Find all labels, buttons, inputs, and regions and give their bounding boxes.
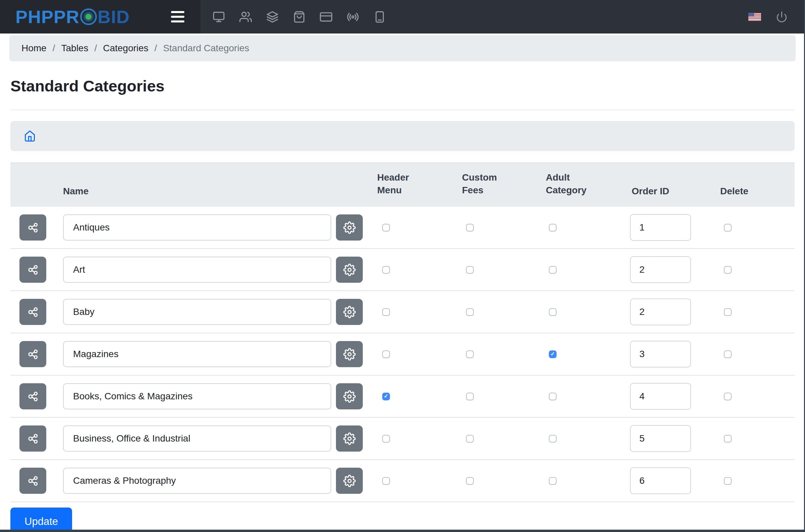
custom-fees-checkbox[interactable] <box>466 350 474 358</box>
delete-checkbox[interactable] <box>724 224 732 231</box>
column-header-order-id: Order ID <box>619 186 712 207</box>
gear-icon <box>343 433 356 445</box>
smartphone-icon[interactable] <box>371 8 389 26</box>
custom-fees-checkbox[interactable] <box>466 266 474 274</box>
delete-checkbox[interactable] <box>724 266 732 274</box>
move-category-button[interactable] <box>19 256 46 283</box>
home-root-category-button[interactable] <box>22 129 37 144</box>
navbar-brand-section: PHPPRBID <box>0 0 201 34</box>
order-id-input[interactable] <box>630 299 691 325</box>
breadcrumb-separator: / <box>154 43 157 54</box>
custom-fees-checkbox[interactable] <box>466 393 474 400</box>
power-icon <box>776 11 788 23</box>
gear-icon <box>343 390 356 403</box>
category-name-input[interactable] <box>63 468 331 494</box>
gear-icon <box>343 222 356 234</box>
header-menu-checkbox[interactable] <box>382 435 390 442</box>
header-menu-checkbox[interactable] <box>382 350 390 358</box>
header-menu-checkbox[interactable]: ✓ <box>382 393 390 400</box>
adult-category-checkbox[interactable] <box>549 393 556 400</box>
header-menu-checkbox[interactable] <box>382 224 390 231</box>
breadcrumb-separator: / <box>53 43 55 54</box>
breadcrumb-tables[interactable]: Tables <box>61 43 88 54</box>
share-icon <box>27 475 39 487</box>
category-name-input[interactable] <box>63 256 331 283</box>
custom-fees-checkbox[interactable] <box>466 435 474 442</box>
category-name-input[interactable] <box>63 299 331 325</box>
header-menu-checkbox[interactable] <box>382 477 390 485</box>
order-id-input[interactable] <box>630 467 691 494</box>
update-button[interactable]: Update <box>11 508 72 532</box>
category-name-input[interactable] <box>63 214 331 241</box>
header-menu-checkbox[interactable] <box>382 308 390 316</box>
move-category-button[interactable] <box>19 383 46 410</box>
delete-checkbox[interactable] <box>724 393 732 400</box>
radio-broadcast-icon[interactable] <box>344 8 362 26</box>
custom-fees-checkbox[interactable] <box>466 224 474 231</box>
category-settings-button[interactable] <box>336 256 363 283</box>
breadcrumb-categories[interactable]: Categories <box>103 43 148 54</box>
category-settings-button[interactable] <box>336 214 363 241</box>
move-category-button[interactable] <box>19 214 46 241</box>
adult-category-checkbox[interactable] <box>549 435 556 442</box>
logo-target-icon <box>80 8 97 25</box>
category-name-input[interactable] <box>63 383 331 410</box>
language-flag-button[interactable] <box>748 13 761 21</box>
users-icon[interactable] <box>237 8 255 26</box>
breadcrumb-home[interactable]: Home <box>21 43 47 54</box>
title-divider <box>11 110 794 110</box>
category-settings-button[interactable] <box>336 468 363 494</box>
adult-category-checkbox[interactable]: ✓ <box>549 350 556 358</box>
navbar-right-section <box>748 0 805 34</box>
delete-checkbox[interactable] <box>724 477 732 485</box>
column-header-custom-fees: Custom Fees <box>452 171 535 207</box>
breadcrumb-current: Standard Categories <box>163 43 249 54</box>
delete-checkbox[interactable] <box>724 350 732 358</box>
home-icon <box>24 130 36 142</box>
column-header-name: Name <box>63 186 367 207</box>
share-icon <box>27 222 39 234</box>
category-name-input[interactable] <box>63 425 331 452</box>
gear-icon <box>343 348 356 360</box>
adult-category-checkbox[interactable] <box>549 308 556 316</box>
order-id-input[interactable] <box>630 425 691 452</box>
adult-category-checkbox[interactable] <box>549 224 556 231</box>
adult-category-checkbox[interactable] <box>549 477 556 485</box>
footer-top-band <box>0 530 805 532</box>
menu-toggle-button[interactable] <box>169 9 186 24</box>
category-settings-button[interactable] <box>336 299 363 325</box>
delete-checkbox[interactable] <box>724 308 732 316</box>
categories-table: Name Header Menu Custom Fees Adult Categ… <box>11 163 794 502</box>
logo-text-phppr: PHPPR <box>15 6 79 27</box>
move-category-button[interactable] <box>19 425 46 452</box>
delete-checkbox[interactable] <box>724 435 732 442</box>
order-id-input[interactable] <box>630 256 691 283</box>
header-menu-checkbox[interactable] <box>382 266 390 274</box>
category-name-input[interactable] <box>63 341 331 367</box>
hamburger-bar <box>171 20 184 22</box>
hamburger-bar <box>171 11 184 13</box>
adult-category-checkbox[interactable] <box>549 266 556 274</box>
monitor-icon[interactable] <box>210 8 228 26</box>
move-category-button[interactable] <box>19 299 46 325</box>
move-category-button[interactable] <box>19 341 46 367</box>
column-header-adult-category: Adult Category <box>535 171 619 207</box>
logout-power-button[interactable] <box>776 11 788 23</box>
layers-icon[interactable] <box>263 8 281 26</box>
app-logo[interactable]: PHPPRBID <box>15 6 130 27</box>
category-settings-button[interactable] <box>336 383 363 410</box>
gear-icon <box>343 306 356 318</box>
move-category-button[interactable] <box>19 468 46 494</box>
custom-fees-checkbox[interactable] <box>466 308 474 316</box>
category-settings-button[interactable] <box>336 425 363 452</box>
credit-card-icon[interactable] <box>317 8 335 26</box>
order-id-input[interactable] <box>630 383 691 410</box>
custom-fees-checkbox[interactable] <box>466 477 474 485</box>
top-navbar: PHPPRBID <box>0 0 805 34</box>
header-spacer <box>11 197 63 207</box>
breadcrumb: Home / Tables / Categories / Standard Ca… <box>10 35 795 61</box>
order-id-input[interactable] <box>630 214 691 241</box>
order-id-input[interactable] <box>630 341 691 367</box>
shopping-bag-icon[interactable] <box>290 8 308 26</box>
category-settings-button[interactable] <box>336 341 363 367</box>
